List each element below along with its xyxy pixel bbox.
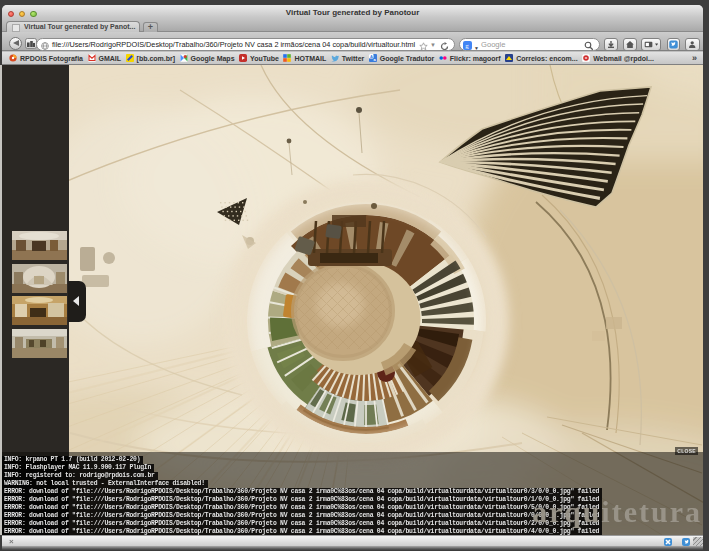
svg-text:g: g [465, 42, 469, 50]
